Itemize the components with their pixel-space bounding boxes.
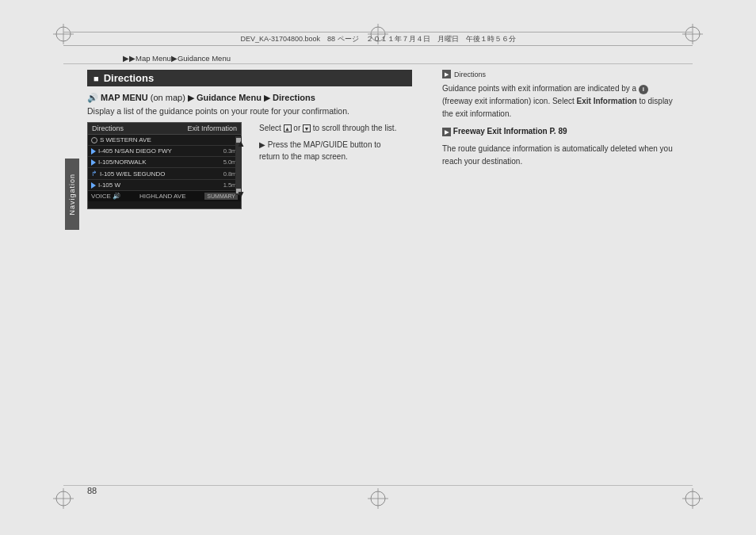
nav-screen-header: Directions Exit Information xyxy=(88,123,241,135)
arrow-curved-icon: ↱ xyxy=(91,170,97,178)
nav-row-4: ↱ I-105 W/EL SEGUNDO 0.8mi xyxy=(88,168,241,180)
right-paragraph-1: Guidance points with exit information ar… xyxy=(442,82,680,120)
right-paragraph-2: The route guidance information is automa… xyxy=(442,143,680,168)
link-icon: ▶ xyxy=(442,128,451,136)
reg-mark-bottom-left xyxy=(52,487,75,513)
subtitle: 🔊 MAP MENU (on map) ▶ Guidance Menu ▶ Di… xyxy=(87,93,412,103)
description: Display a list of the guidance points on… xyxy=(87,106,412,116)
page-number: 88 xyxy=(87,486,97,495)
nav-row-2: I-405 N/SAN DIEGO FWY 0.3mi xyxy=(88,146,241,157)
screen-instructions-row: Directions Exit Information S WESTERN AV… xyxy=(87,122,412,209)
arrow-right-icon-3 xyxy=(91,182,96,189)
nav-screen-wrap: Directions Exit Information S WESTERN AV… xyxy=(87,122,242,209)
breadcrumb: ▶▶Map Menu▶Guidance Menu xyxy=(123,54,231,63)
right-section-label: ▶ Directions xyxy=(442,70,680,78)
navigation-tab: Navigation xyxy=(65,159,79,230)
divider-top xyxy=(63,63,693,64)
section-title: Directions xyxy=(104,72,155,84)
instructions: Select ▲ or ▼ to scroll through the list… xyxy=(259,122,402,167)
arrow-right-icon xyxy=(91,148,96,155)
screen-header-left: Directions xyxy=(92,124,124,132)
divider-bottom xyxy=(63,485,693,486)
section-title-bar: ■ Directions xyxy=(87,70,412,86)
scroll-up[interactable]: ▲ xyxy=(236,138,241,143)
reg-mark-bottom-center xyxy=(366,487,390,513)
screen-header-right: Exit Information xyxy=(187,124,237,132)
nav-row-5: I-105 W 1.5mi xyxy=(88,180,241,191)
scroll-bar: ▲ ▼ xyxy=(235,136,242,195)
scroll-down[interactable]: ▼ xyxy=(236,189,241,193)
nav-screen: Directions Exit Information S WESTERN AV… xyxy=(87,122,242,209)
footer-voice: VOICE 🔊 xyxy=(91,193,120,200)
footer-location: HIGHLAND AVE xyxy=(139,193,186,200)
up-arrow-btn[interactable]: ▲ xyxy=(284,124,292,132)
file-info-text: DEV_KA-31704800.book 88 ページ ２０１１年７月４日 月曜… xyxy=(240,34,515,44)
footer-summary: SUMMARY xyxy=(204,193,238,200)
instruction-scroll: Select ▲ or ▼ to scroll through the list… xyxy=(259,122,402,134)
down-arrow-btn[interactable]: ▼ xyxy=(303,124,311,132)
section-title-icon: ■ xyxy=(94,74,99,83)
header-file-info: DEV_KA-31704800.book 88 ページ ２０１１年７月４日 月曜… xyxy=(63,32,693,46)
page: DEV_KA-31704800.book 88 ページ ２０１１年７月４日 月曜… xyxy=(0,0,756,535)
reg-mark-bottom-right xyxy=(681,487,704,513)
info-icon: i xyxy=(639,85,648,94)
nav-screen-container: Directions Exit Information S WESTERN AV… xyxy=(87,122,242,209)
arrow-right-icon-2 xyxy=(91,159,96,166)
right-section-icon: ▶ xyxy=(442,70,451,78)
nav-screen-footer: VOICE 🔊 HIGHLAND AVE SUMMARY xyxy=(88,191,241,201)
right-content: ▶ Directions Guidance points with exit i… xyxy=(442,70,680,174)
main-content: ■ Directions 🔊 MAP MENU (on map) ▶ Guida… xyxy=(87,70,412,209)
instruction-map: ▶ Press the MAP/GUIDE button to return t… xyxy=(259,139,402,162)
right-link[interactable]: ▶ Freeway Exit Information P. 89 xyxy=(442,127,680,136)
nav-row-1: S WESTERN AVE xyxy=(88,135,241,146)
right-section-title: Directions xyxy=(454,71,486,78)
circle-icon xyxy=(91,137,97,143)
nav-row-3: I-105/NORWALK 5.0mi xyxy=(88,157,241,168)
